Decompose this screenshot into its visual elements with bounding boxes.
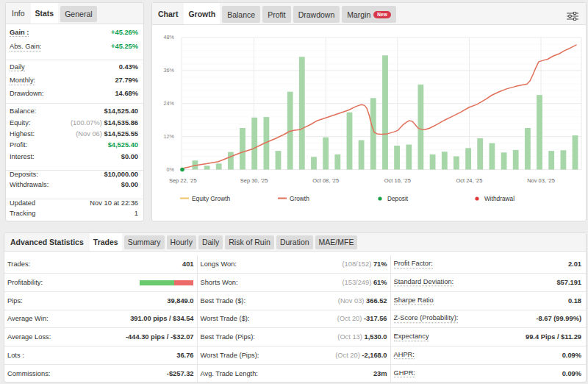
svg-text:36%: 36% — [164, 67, 175, 74]
svg-text:Oct 16, '25: Oct 16, '25 — [384, 177, 411, 184]
svg-text:Sep 30, '25: Sep 30, '25 — [240, 177, 268, 184]
svg-text:48%: 48% — [164, 34, 175, 40]
svg-text:Nov 03, '25: Nov 03, '25 — [527, 177, 555, 184]
svg-text:Growth: Growth — [290, 195, 309, 202]
svg-text:24%: 24% — [164, 100, 175, 107]
svg-text:Deposit: Deposit — [387, 195, 409, 202]
svg-text:Oct 08, '25: Oct 08, '25 — [312, 177, 339, 184]
svg-text:Sep 22, '25: Sep 22, '25 — [169, 177, 197, 184]
svg-text:Withdrawal: Withdrawal — [484, 195, 514, 202]
svg-text:Equity Growth: Equity Growth — [192, 195, 230, 202]
svg-text:Oct 24, '25: Oct 24, '25 — [456, 177, 482, 184]
svg-text:12%: 12% — [164, 133, 175, 140]
svg-text:0%: 0% — [167, 166, 175, 173]
